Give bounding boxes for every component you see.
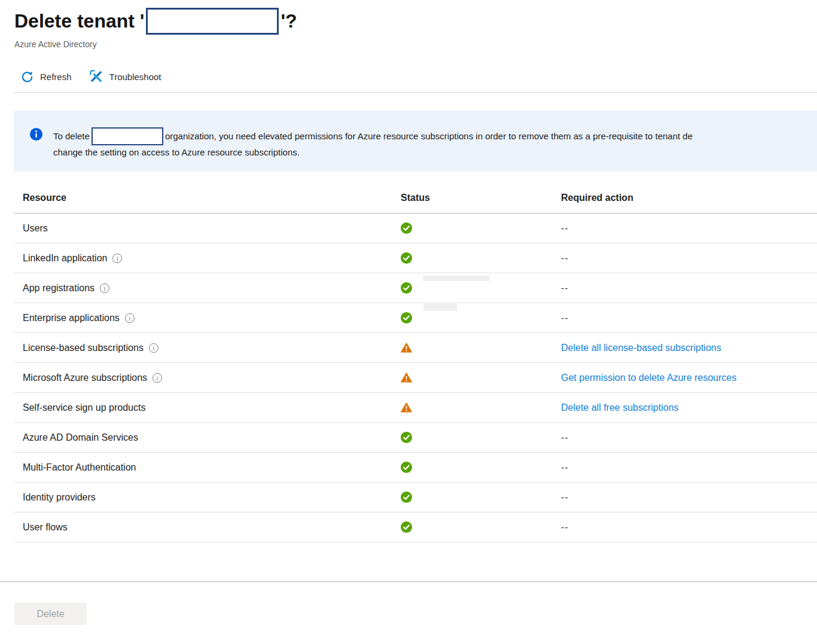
action-cell: Get permission to delete Azure resources — [561, 373, 817, 383]
action-cell: Delete all free subscriptions — [561, 402, 817, 413]
action-cell: -- — [561, 462, 817, 473]
table-row: Multi-Factor Authentication -- — [14, 453, 817, 483]
resource-cell: Enterprise applications i — [23, 313, 401, 323]
success-check-icon — [401, 222, 561, 234]
resource-cell: Users — [23, 223, 401, 234]
table-row: Users -- — [14, 213, 817, 243]
resource-label: Azure AD Domain Services — [23, 432, 138, 443]
status-cell — [401, 462, 561, 473]
resource-label: User flows — [23, 522, 68, 533]
resource-label: Microsoft Azure subscriptions — [23, 373, 147, 383]
info-outline-icon[interactable]: i — [100, 283, 109, 293]
status-cell — [401, 343, 561, 353]
action-text: -- — [561, 283, 569, 293]
table-header-row: Resource Status Required action — [14, 182, 817, 213]
resource-cell: Identity providers — [23, 492, 401, 503]
column-header-required-action: Required action — [561, 193, 817, 203]
action-link[interactable]: Delete all free subscriptions — [561, 402, 679, 413]
table-row: Enterprise applications i -- — [14, 303, 817, 333]
action-cell: -- — [561, 253, 817, 264]
banner-text-after: organization, you need elevated permissi… — [165, 129, 693, 144]
table-body: Users -- LinkedIn application i — [14, 213, 817, 542]
page-title-prefix: Delete tenant ' — [14, 10, 144, 32]
toolbar: Refresh Troubleshoot — [21, 65, 817, 88]
success-check-icon — [401, 312, 561, 323]
resource-label: License-based subscriptions — [23, 343, 144, 353]
page-subtitle: Azure Active Directory — [14, 39, 817, 49]
status-cell — [401, 492, 561, 503]
action-text: -- — [561, 313, 569, 323]
tools-icon — [90, 70, 103, 83]
action-cell: -- — [561, 223, 817, 234]
resource-label: Enterprise applications — [23, 313, 120, 323]
info-outline-icon[interactable]: i — [153, 373, 162, 383]
banner-line-1: To delete organization, you need elevate… — [53, 127, 693, 145]
resource-cell: Azure AD Domain Services — [23, 432, 401, 443]
resource-cell: User flows — [23, 522, 401, 533]
action-cell: -- — [561, 432, 817, 443]
resource-cell: Multi-Factor Authentication — [23, 462, 401, 473]
resource-cell: App registrations i — [23, 283, 401, 294]
column-header-resource: Resource — [23, 193, 401, 203]
resource-cell: LinkedIn application i — [23, 253, 401, 264]
status-cell — [401, 282, 561, 294]
delete-button[interactable]: Delete — [14, 603, 87, 625]
org-name-redaction-box — [92, 127, 163, 145]
action-link[interactable]: Delete all license-based subscriptions — [561, 343, 721, 353]
status-cell — [401, 373, 561, 383]
action-link[interactable]: Get permission to delete Azure resources — [561, 373, 736, 383]
page-title-suffix: '? — [281, 10, 297, 32]
success-check-icon — [401, 432, 561, 443]
page-header: Delete tenant ' '? Azure Active Director… — [0, 0, 817, 49]
refresh-button[interactable]: Refresh — [21, 71, 72, 83]
action-cell: -- — [561, 313, 817, 323]
info-outline-icon[interactable]: i — [149, 343, 158, 353]
action-text: -- — [561, 492, 569, 502]
action-cell: -- — [561, 522, 817, 533]
status-cell — [401, 402, 561, 413]
success-check-icon — [401, 462, 561, 473]
troubleshoot-button[interactable]: Troubleshoot — [90, 70, 161, 83]
page-title: Delete tenant ' '? — [14, 6, 817, 36]
table-row: Identity providers -- — [14, 483, 817, 512]
footer-bar: Delete — [0, 581, 817, 644]
troubleshoot-label: Troubleshoot — [109, 72, 161, 82]
action-text: -- — [561, 462, 569, 472]
resource-label: App registrations — [23, 283, 94, 294]
redaction-artifact — [423, 276, 490, 281]
action-cell: -- — [561, 492, 817, 503]
resource-label: Multi-Factor Authentication — [23, 462, 136, 473]
table-row: Microsoft Azure subscriptions i Get perm… — [14, 363, 817, 393]
table-row: License-based subscriptions i Delete all… — [14, 333, 817, 363]
action-text: -- — [561, 253, 569, 263]
status-cell — [401, 252, 561, 264]
table-row: Azure AD Domain Services -- — [14, 423, 817, 453]
refresh-label: Refresh — [40, 72, 72, 82]
action-cell: -- — [561, 283, 817, 294]
info-outline-icon[interactable]: i — [112, 254, 122, 263]
success-check-icon — [401, 492, 561, 503]
resource-cell: Microsoft Azure subscriptions i — [23, 373, 401, 383]
status-cell — [401, 312, 561, 323]
table-row: App registrations i -- — [14, 273, 817, 303]
warning-triangle-icon — [401, 343, 561, 353]
banner-text: To delete organization, you need elevate… — [53, 127, 693, 160]
info-outline-icon[interactable]: i — [125, 313, 135, 323]
resource-table: Resource Status Required action Users --… — [14, 182, 817, 542]
column-header-status: Status — [401, 193, 561, 203]
info-banner: To delete organization, you need elevate… — [14, 111, 817, 172]
resource-cell: License-based subscriptions i — [23, 343, 401, 353]
table-row: LinkedIn application i -- — [14, 243, 817, 273]
status-cell — [401, 432, 561, 443]
table-row: User flows -- — [14, 512, 817, 542]
status-cell — [401, 222, 561, 234]
action-text: -- — [561, 522, 569, 532]
success-check-icon — [401, 521, 561, 533]
success-check-icon — [401, 282, 561, 294]
warning-triangle-icon — [401, 373, 561, 383]
banner-text-before: To delete — [53, 129, 90, 144]
resource-label: LinkedIn application — [23, 253, 107, 264]
action-text: -- — [561, 432, 569, 442]
status-cell — [401, 521, 561, 533]
banner-line-2: change the setting on access to Azure re… — [53, 145, 693, 160]
